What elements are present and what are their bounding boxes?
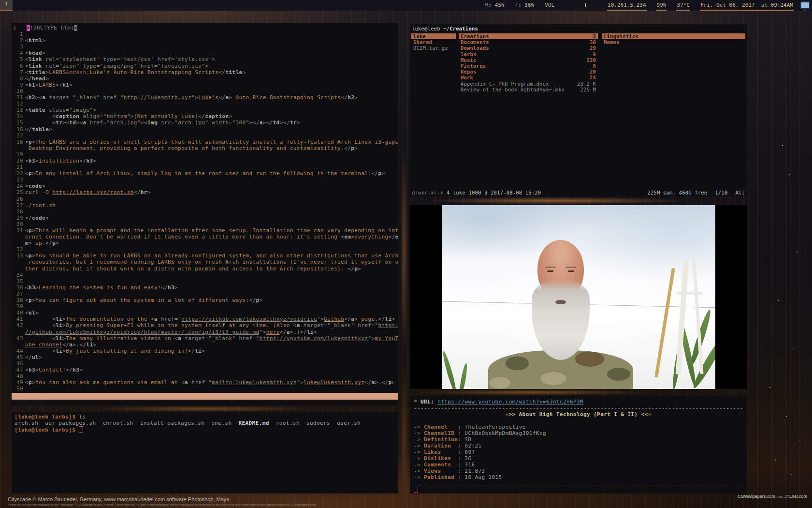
terminal-line: ----------------------------------------… xyxy=(414,405,743,411)
video-url-line[interactable]: * URL: https://www.youtube.com/watch?v=6… xyxy=(414,399,743,405)
directory-entry[interactable]: luke xyxy=(411,33,456,39)
file-entry[interactable]: Appendix C- PhD Program.docx23.2 K xyxy=(459,81,598,87)
eyebrow xyxy=(566,267,576,268)
ranger-statusbar: drwxr-xr-x 4 luke 1000 3 2017-08-08 15:2… xyxy=(412,190,745,195)
volume-slider-knob[interactable] xyxy=(585,3,586,7)
file-entry[interactable]: DCIM.tar.gz xyxy=(411,45,456,51)
ranger-preview-column: LinguisticsMemes xyxy=(602,33,745,189)
terminal-line: [luke@leeb larbs]$ ls xyxy=(14,414,395,420)
disk-usage: 225M sum, 460G free xyxy=(647,190,707,195)
terminal-line xyxy=(414,418,743,424)
file-info: 4 luke 1000 3 2017-08-08 15:20 xyxy=(443,190,541,195)
systray-monitor-icon[interactable] xyxy=(800,1,810,9)
ranger-main-column: Creations3Documents30Downloads29larbs9Mu… xyxy=(459,33,598,189)
video-info-line: -> Comments : 316 xyxy=(414,462,743,468)
video-info-line: -> Definition: SD xyxy=(414,436,743,443)
directory-entry[interactable]: Work24 xyxy=(459,75,598,80)
ranger-window[interactable]: luke@leeb ~/Creations lukeSharedDCIM.tar… xyxy=(410,24,747,196)
video-info-terminal-window[interactable]: * URL: https://www.youtube.com/watch?v=6… xyxy=(410,396,747,493)
volume-readout: VOL xyxy=(544,0,597,11)
eyebrow xyxy=(545,267,556,268)
directory-entry[interactable]: Documents30 xyxy=(459,39,598,45)
eye xyxy=(547,270,553,272)
directory-entry[interactable]: Downloads29 xyxy=(459,45,598,51)
mpv-video-window[interactable] xyxy=(410,205,747,389)
ranger-path-title: luke@leeb ~/Creations xyxy=(410,24,747,32)
wooden-pole xyxy=(655,268,676,377)
top-status-bar: 1 M: 45% /: 36% VOL 10.201.5.234 99% 37°… xyxy=(0,0,812,11)
vim-editor-window[interactable]: 1<!DOCTYPE html>12<html>34<head>5<link r… xyxy=(12,23,398,405)
directory-entry[interactable]: Music330 xyxy=(459,57,598,63)
terminal-cursor-line xyxy=(414,487,743,493)
memory-readout: M: 45% xyxy=(485,0,505,11)
filter-mode: All xyxy=(735,190,745,195)
directory-entry[interactable]: Creations3 xyxy=(459,33,598,39)
ip-address: 10.201.5.234 xyxy=(607,0,646,11)
video-title-line: =>> About High Technology (Part I & II) … xyxy=(414,411,743,418)
plant-leaf xyxy=(458,363,468,389)
video-frame[interactable] xyxy=(442,205,715,389)
selection-index: 1/10 xyxy=(715,190,727,195)
file-entry[interactable]: Review of the book Ashtadhya~.mkv225 M xyxy=(459,87,598,92)
directory-entry[interactable]: Shared xyxy=(411,39,456,45)
video-info-line: -> Likes : 697 xyxy=(414,449,743,455)
video-info-line: -> Views : 21,873 xyxy=(414,468,743,474)
battery-readout: 99% xyxy=(656,0,667,11)
video-info-line: -> Duration : 02:21 xyxy=(414,443,743,449)
shell-terminal-window[interactable]: [luke@leeb larbs]$ lsarch.sh aur_package… xyxy=(12,412,398,493)
workspace-indicator[interactable]: 1 xyxy=(0,0,13,11)
eye xyxy=(568,270,574,272)
disk-readout: /: 36% xyxy=(515,0,535,11)
video-info-line: -> ChannelID : UChBsOxskMpDmBAsgJ91fKcg xyxy=(414,430,743,436)
directory-entry[interactable]: Pictures6 xyxy=(459,63,598,69)
mouth xyxy=(555,300,566,304)
vim-filename: index.html xyxy=(13,400,46,405)
vim-statusbar: index.html 1,1 Top xyxy=(12,393,398,400)
wallpaper-credits: Cityscape © Marco Bauriedel, Germany, ww… xyxy=(8,496,316,506)
wallpaper-host-credit: CGWallpapers.comhostJTLnet.com xyxy=(738,494,807,499)
memory-icon: M xyxy=(485,2,488,7)
plant-leaf xyxy=(691,336,715,389)
video-info-line: -> Dislikes : 36 xyxy=(414,455,743,462)
temperature-readout: 37°C xyxy=(676,0,690,11)
directory-entry[interactable]: Linguistics xyxy=(602,33,745,39)
city-lights xyxy=(782,145,783,146)
editor-buffer[interactable]: 1<!DOCTYPE html>12<html>34<head>5<link r… xyxy=(12,23,398,392)
terminal-line: ----------------------------------------… xyxy=(414,480,743,487)
file-permissions: drwxr-xr-x xyxy=(412,190,443,195)
disk-icon: / xyxy=(515,2,518,7)
volume-slider[interactable] xyxy=(558,5,595,5)
terminal-line: arch.sh aur_packages.sh chroot.sh instal… xyxy=(14,420,395,426)
ranger-columns: lukeSharedDCIM.tar.gz Creations3Document… xyxy=(411,33,745,189)
video-info-line: -> Channel : ThuleanPerspective xyxy=(414,424,743,430)
plant-leaf xyxy=(442,350,458,389)
video-info-line: -> Published : 16 Aug 2015 xyxy=(414,474,743,480)
directory-entry[interactable]: Memes xyxy=(602,39,745,45)
terminal-line: [luke@leeb larbs]$ xyxy=(14,426,395,433)
directory-entry[interactable]: larbs9 xyxy=(459,51,598,57)
ladder-rung xyxy=(677,292,702,295)
directory-entry[interactable]: Repos20 xyxy=(459,69,598,75)
datetime-readout: Fri, Oct 06, 2017 at 09:24AM xyxy=(700,0,794,11)
status-readouts: M: 45% /: 36% VOL 10.201.5.234 99% 37°C … xyxy=(475,0,812,11)
ranger-parent-column: lukeSharedDCIM.tar.gz xyxy=(411,33,456,189)
beard xyxy=(532,279,590,360)
